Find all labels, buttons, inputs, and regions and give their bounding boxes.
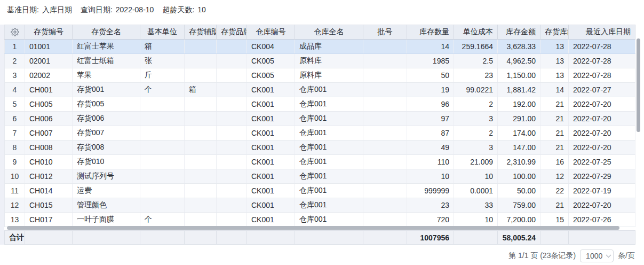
column-header-6[interactable]: 仓库编号 bbox=[247, 25, 295, 40]
table-cell[interactable]: 2022-07-28 bbox=[569, 40, 635, 54]
table-cell[interactable]: 存货005 bbox=[73, 97, 140, 112]
table-cell[interactable]: 红富士苹果 bbox=[73, 40, 140, 54]
table-cell[interactable]: 2022-07-20 bbox=[569, 198, 635, 213]
column-header-12[interactable]: 存货库龄 bbox=[540, 25, 569, 40]
table-cell[interactable]: 174.00 bbox=[498, 126, 540, 141]
column-header-13[interactable]: 最近入库日期 bbox=[569, 25, 635, 40]
table-cell[interactable]: 3,628.33 bbox=[498, 40, 540, 54]
table-cell[interactable]: 2022-07-20 bbox=[569, 141, 635, 155]
table-cell[interactable]: CH014 bbox=[25, 184, 73, 198]
table-cell[interactable]: CH015 bbox=[25, 198, 73, 213]
table-cell[interactable]: 3 bbox=[454, 141, 498, 155]
table-cell[interactable]: 21 bbox=[540, 198, 569, 213]
table-cell[interactable] bbox=[140, 155, 185, 169]
table-cell[interactable]: 2022-07-25 bbox=[569, 155, 635, 169]
table-cell[interactable]: 仓库001 bbox=[295, 184, 363, 198]
gear-icon[interactable] bbox=[5, 25, 25, 39]
horizontal-scrollbar-thumb[interactable] bbox=[7, 226, 619, 230]
table-cell[interactable]: 原料库 bbox=[295, 54, 363, 68]
table-cell[interactable]: 测试序列号 bbox=[73, 169, 140, 184]
table-cell[interactable] bbox=[217, 97, 247, 112]
table-cell[interactable]: 成品库 bbox=[295, 40, 363, 54]
table-cell[interactable]: 个 bbox=[140, 83, 185, 97]
table-cell[interactable] bbox=[363, 54, 407, 68]
table-cell[interactable]: 759.00 bbox=[498, 198, 540, 213]
table-cell[interactable]: 苹果 bbox=[73, 68, 140, 83]
vertical-scrollbar-thumb[interactable] bbox=[637, 38, 640, 132]
table-cell[interactable]: CK005 bbox=[247, 54, 295, 68]
table-cell[interactable]: 100.00 bbox=[498, 169, 540, 184]
table-cell[interactable] bbox=[185, 97, 217, 112]
table-cell[interactable] bbox=[363, 83, 407, 97]
table-cell[interactable]: 2022-07-26 bbox=[569, 213, 635, 227]
horizontal-scrollbar[interactable] bbox=[4, 226, 635, 230]
table-cell[interactable]: 存货008 bbox=[73, 141, 140, 155]
table-cell[interactable]: 97 bbox=[407, 112, 454, 126]
table-cell[interactable] bbox=[185, 141, 217, 155]
table-cell[interactable] bbox=[217, 198, 247, 213]
table-cell[interactable]: 2 bbox=[5, 54, 25, 68]
column-header-5[interactable]: 存货品牌 bbox=[217, 25, 247, 40]
table-cell[interactable] bbox=[185, 213, 217, 227]
table-cell[interactable]: 2022-07-28 bbox=[569, 68, 635, 83]
table-cell[interactable] bbox=[363, 126, 407, 141]
table-cell[interactable] bbox=[185, 155, 217, 169]
table-cell[interactable]: 720 bbox=[407, 213, 454, 227]
table-cell[interactable]: 10 bbox=[5, 169, 25, 184]
table-cell[interactable]: 23 bbox=[454, 68, 498, 83]
table-cell[interactable]: 仓库001 bbox=[295, 97, 363, 112]
table-cell[interactable]: 13 bbox=[540, 68, 569, 83]
table-cell[interactable] bbox=[217, 169, 247, 184]
table-cell[interactable]: 2022-07-19 bbox=[569, 184, 635, 198]
table-cell[interactable]: 4 bbox=[5, 83, 25, 97]
table-cell[interactable]: CH010 bbox=[25, 155, 73, 169]
table-cell[interactable]: 87 bbox=[407, 126, 454, 141]
table-cell[interactable] bbox=[140, 198, 185, 213]
table-cell[interactable]: CH007 bbox=[25, 126, 73, 141]
table-cell[interactable]: CK001 bbox=[247, 213, 295, 227]
table-cell[interactable]: 仓库001 bbox=[295, 169, 363, 184]
table-cell[interactable] bbox=[363, 68, 407, 83]
table-cell[interactable] bbox=[140, 126, 185, 141]
table-cell[interactable]: 箱 bbox=[185, 83, 217, 97]
column-header-8[interactable]: 批号 bbox=[363, 25, 407, 40]
table-cell[interactable]: CK001 bbox=[247, 184, 295, 198]
table-cell[interactable] bbox=[217, 213, 247, 227]
table-row[interactable]: 12CH015管理颜色CK001仓库0012333759.00212022-07… bbox=[5, 198, 635, 213]
table-cell[interactable]: CH008 bbox=[25, 141, 73, 155]
table-cell[interactable]: 管理颜色 bbox=[73, 198, 140, 213]
table-cell[interactable]: 21 bbox=[540, 112, 569, 126]
table-row[interactable]: 13CH017一叶子面膜个CK001仓库001720107,200.001520… bbox=[5, 213, 635, 227]
table-cell[interactable]: 仓库001 bbox=[295, 198, 363, 213]
table-cell[interactable]: 50.00 bbox=[498, 184, 540, 198]
table-cell[interactable]: 13 bbox=[540, 54, 569, 68]
table-cell[interactable] bbox=[363, 155, 407, 169]
table-cell[interactable]: 3 bbox=[454, 112, 498, 126]
table-cell[interactable] bbox=[185, 184, 217, 198]
table-cell[interactable] bbox=[185, 169, 217, 184]
table-cell[interactable]: 仓库001 bbox=[295, 155, 363, 169]
table-cell[interactable] bbox=[363, 169, 407, 184]
table-cell[interactable]: 02002 bbox=[25, 68, 73, 83]
vertical-scrollbar[interactable] bbox=[637, 25, 640, 227]
table-cell[interactable]: CH005 bbox=[25, 97, 73, 112]
table-cell[interactable]: 16 bbox=[540, 155, 569, 169]
table-cell[interactable] bbox=[185, 126, 217, 141]
table-cell[interactable]: 11 bbox=[5, 184, 25, 198]
table-cell[interactable]: 运费 bbox=[73, 184, 140, 198]
table-cell[interactable]: 仓库001 bbox=[295, 213, 363, 227]
table-cell[interactable]: 张 bbox=[140, 54, 185, 68]
table-cell[interactable]: 4,962.50 bbox=[498, 54, 540, 68]
table-cell[interactable]: CK001 bbox=[247, 126, 295, 141]
table-cell[interactable]: 13 bbox=[540, 40, 569, 54]
table-cell[interactable]: CK001 bbox=[247, 112, 295, 126]
table-cell[interactable] bbox=[185, 54, 217, 68]
table-cell[interactable]: 5 bbox=[5, 97, 25, 112]
column-header-2[interactable]: 存货全名 bbox=[73, 25, 140, 40]
table-cell[interactable] bbox=[185, 198, 217, 213]
table-cell[interactable]: 3 bbox=[5, 68, 25, 83]
table-cell[interactable]: CK001 bbox=[247, 97, 295, 112]
table-cell[interactable]: 23 bbox=[407, 198, 454, 213]
table-cell[interactable] bbox=[363, 141, 407, 155]
table-cell[interactable] bbox=[217, 54, 247, 68]
